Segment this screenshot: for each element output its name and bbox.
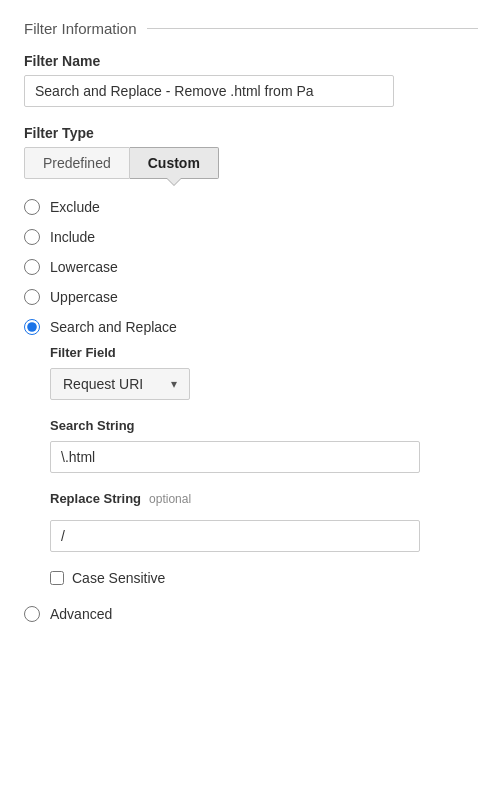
search-string-input[interactable] [50, 441, 420, 473]
radio-exclude[interactable]: Exclude [24, 199, 478, 215]
radio-lowercase-label: Lowercase [50, 259, 118, 275]
filter-field-value: Request URI [63, 376, 143, 392]
radio-advanced-input[interactable] [24, 606, 40, 622]
radio-search-replace-input[interactable] [24, 319, 40, 335]
filter-field-label: Filter Field [50, 345, 478, 360]
radio-include-label: Include [50, 229, 95, 245]
radio-search-replace[interactable]: Search and Replace [24, 319, 478, 335]
filter-options-group: Exclude Include Lowercase Uppercase Sear… [24, 199, 478, 335]
replace-string-label-row: Replace String optional [50, 491, 478, 514]
replace-string-optional: optional [149, 492, 191, 506]
filter-field-section: Filter Field Request URI ▾ [50, 345, 478, 400]
case-sensitive-label: Case Sensitive [72, 570, 165, 586]
tab-predefined[interactable]: Predefined [24, 147, 130, 179]
radio-lowercase[interactable]: Lowercase [24, 259, 478, 275]
case-sensitive-row[interactable]: Case Sensitive [50, 570, 478, 586]
radio-exclude-label: Exclude [50, 199, 100, 215]
case-sensitive-checkbox[interactable] [50, 571, 64, 585]
filter-type-tabs: Predefined Custom [24, 147, 478, 179]
search-string-section: Search String [50, 418, 478, 473]
filter-field-dropdown[interactable]: Request URI ▾ [50, 368, 190, 400]
replace-string-input[interactable] [50, 520, 420, 552]
radio-include[interactable]: Include [24, 229, 478, 245]
radio-uppercase[interactable]: Uppercase [24, 289, 478, 305]
radio-include-input[interactable] [24, 229, 40, 245]
radio-advanced[interactable]: Advanced [24, 606, 478, 622]
filter-name-section: Filter Name [24, 53, 478, 107]
radio-uppercase-label: Uppercase [50, 289, 118, 305]
radio-advanced-label: Advanced [50, 606, 112, 622]
section-title: Filter Information [24, 20, 478, 37]
replace-string-label: Replace String [50, 491, 141, 506]
filter-type-label: Filter Type [24, 125, 478, 141]
radio-search-replace-label: Search and Replace [50, 319, 177, 335]
radio-exclude-input[interactable] [24, 199, 40, 215]
filter-name-label: Filter Name [24, 53, 478, 69]
replace-string-section: Replace String optional [50, 491, 478, 552]
chevron-down-icon: ▾ [171, 377, 177, 391]
tab-custom[interactable]: Custom [130, 147, 219, 179]
radio-uppercase-input[interactable] [24, 289, 40, 305]
search-replace-subsection: Filter Field Request URI ▾ Search String… [50, 345, 478, 586]
search-string-label: Search String [50, 418, 478, 433]
filter-name-input[interactable] [24, 75, 394, 107]
radio-lowercase-input[interactable] [24, 259, 40, 275]
advanced-section: Advanced [24, 606, 478, 622]
filter-type-section: Filter Type Predefined Custom [24, 125, 478, 179]
